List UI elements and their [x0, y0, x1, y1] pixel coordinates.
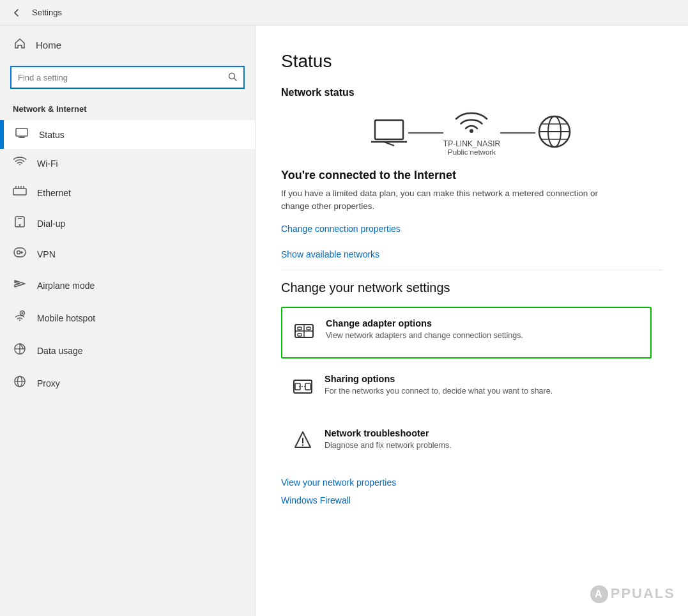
connected-desc: If you have a limited data plan, you can… [281, 187, 600, 213]
sidebar-item-datausage[interactable]: Data usage [0, 334, 255, 367]
change-network-heading: Change your network settings [281, 281, 662, 295]
home-icon [13, 37, 27, 53]
airplane-icon [13, 277, 27, 294]
laptop-icon [370, 118, 408, 148]
adapter-options-desc: View network adapters and change connect… [326, 330, 523, 342]
adapter-icon [293, 320, 316, 347]
sidebar-item-home[interactable]: Home [0, 31, 255, 59]
sidebar-item-dialup[interactable]: Dial-up [0, 208, 255, 239]
view-properties-link[interactable]: View your network properties [281, 477, 662, 488]
sharing-options-title: Sharing options [325, 374, 553, 384]
wifi-icon [13, 157, 27, 170]
troubleshooter-desc: Diagnose and fix network problems. [325, 440, 452, 452]
vpn-icon [13, 247, 27, 261]
settings-item-sharing[interactable]: Sharing options For the networks you con… [281, 364, 652, 413]
app-body: Home Network & Internet [0, 26, 688, 616]
titlebar: Settings [0, 0, 688, 26]
sharing-options-desc: For the networks you connect to, decide … [325, 386, 553, 397]
sidebar-item-hotspot[interactable]: Mobile hotspot [0, 302, 255, 334]
network-type: Public network [448, 148, 496, 156]
svg-point-13 [17, 251, 20, 254]
connected-heading: You're connected to the Internet [281, 169, 662, 182]
settings-item-adapter-options[interactable]: Change adapter options View network adap… [281, 307, 652, 358]
sidebar-item-wifi[interactable]: Wi-Fi [0, 149, 255, 178]
datausage-icon [13, 342, 27, 359]
search-input[interactable] [18, 73, 223, 82]
sidebar-item-dialup-label: Dial-up [37, 219, 65, 229]
sidebar-item-ethernet-label: Ethernet [37, 188, 71, 198]
show-networks-link[interactable]: Show available networks [281, 249, 662, 259]
sidebar-item-vpn-label: VPN [37, 249, 56, 259]
sharing-icon [291, 375, 314, 403]
troubleshooter-text: Network troubleshooter Diagnose and fix … [325, 428, 452, 452]
troubleshooter-title: Network troubleshooter [325, 428, 452, 438]
dialup-icon [13, 215, 27, 231]
sharing-options-text: Sharing options For the networks you con… [325, 374, 553, 397]
sidebar: Home Network & Internet [0, 26, 256, 616]
home-label: Home [36, 40, 61, 50]
network-status-heading: Network status [281, 87, 662, 98]
svg-rect-25 [375, 120, 403, 139]
wifi-signal: TP-LINK_NASIR Public network [443, 110, 500, 156]
adapter-options-text: Change adapter options View network adap… [326, 318, 523, 342]
content-area: Status Network status [256, 26, 688, 616]
connection-line-2 [500, 132, 535, 134]
sidebar-item-proxy[interactable]: Proxy [0, 367, 255, 399]
divider-1 [281, 270, 662, 270]
sidebar-item-status[interactable]: Status [0, 120, 255, 149]
connection-line-1 [408, 132, 443, 134]
sidebar-item-airplane[interactable]: Airplane mode [0, 269, 255, 302]
sidebar-item-ethernet[interactable]: Ethernet [0, 178, 255, 208]
globe-icon [535, 112, 574, 153]
proxy-icon [13, 374, 27, 392]
search-icon [228, 72, 237, 83]
back-button[interactable] [8, 4, 26, 22]
sidebar-item-hotspot-label: Mobile hotspot [37, 313, 95, 323]
sidebar-item-status-label: Status [39, 130, 65, 140]
settings-item-troubleshooter[interactable]: Network troubleshooter Diagnose and fix … [281, 418, 652, 467]
search-box-wrapper [0, 59, 255, 99]
svg-point-41 [302, 444, 303, 445]
svg-rect-5 [13, 189, 26, 195]
sidebar-item-wifi-label: Wi-Fi [37, 158, 58, 169]
troubleshoot-icon [291, 429, 314, 457]
sidebar-item-airplane-label: Airplane mode [37, 281, 95, 291]
svg-point-11 [19, 224, 21, 226]
network-diagram: TP-LINK_NASIR Public network [281, 110, 662, 156]
svg-rect-36 [298, 334, 302, 336]
svg-rect-35 [307, 327, 310, 330]
status-icon [15, 128, 29, 141]
svg-rect-2 [16, 128, 27, 136]
sidebar-section-title: Network & Internet [0, 99, 255, 120]
change-connection-link[interactable]: Change connection properties [281, 224, 662, 234]
adapter-options-title: Change adapter options [326, 318, 523, 328]
svg-line-1 [234, 78, 237, 81]
windows-firewall-link[interactable]: Windows Firewall [281, 495, 662, 505]
search-box [10, 66, 245, 89]
page-title: Status [281, 51, 662, 72]
window-title: Settings [32, 8, 62, 17]
sidebar-item-vpn[interactable]: VPN [0, 239, 255, 269]
svg-rect-39 [305, 383, 310, 390]
ethernet-icon [13, 185, 27, 200]
network-name: TP-LINK_NASIR [443, 139, 500, 148]
hotspot-icon [13, 309, 27, 327]
sidebar-item-proxy-label: Proxy [37, 378, 60, 389]
sidebar-item-datausage-label: Data usage [37, 346, 83, 356]
svg-rect-34 [298, 327, 302, 330]
